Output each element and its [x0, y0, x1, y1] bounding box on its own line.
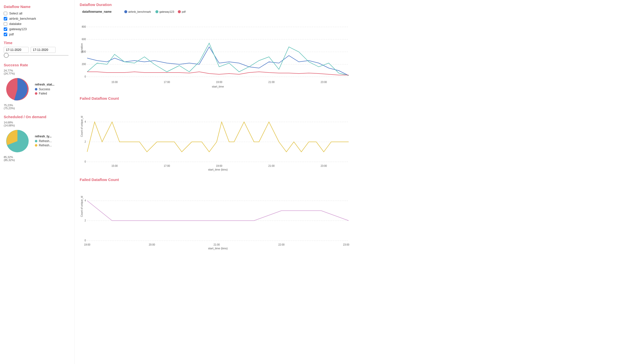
- success-rate-pie-chart: [4, 76, 31, 103]
- legend-failed: Failed: [35, 92, 54, 95]
- failed-label: Failed: [39, 92, 47, 95]
- svg-text:23:00: 23:00: [320, 81, 327, 84]
- legend-refresh-yellow: Refresh...: [35, 144, 52, 147]
- failed-count-2-block: Failed Dataflow Count Count of unique_id…: [80, 177, 639, 251]
- svg-text:21:00: 21:00: [214, 243, 220, 246]
- svg-text:19:00: 19:00: [84, 243, 90, 246]
- svg-point-5: [156, 10, 158, 13]
- failed-count-1-svg: Count of unique_id 0 2 4 15:00 17:00 19:…: [80, 102, 354, 172]
- scheduled-title: Scheduled / On demand: [4, 115, 71, 119]
- filter-airbnb-label: airbnb_benchmark: [9, 17, 36, 21]
- svg-text:19:00: 19:00: [216, 164, 222, 167]
- failed-count-1-title: Failed Dataflow Count: [80, 96, 639, 100]
- slider-thumb[interactable]: [4, 53, 9, 58]
- filter-gateway[interactable]: gateway123: [4, 27, 71, 32]
- svg-text:23:00: 23:00: [343, 243, 349, 246]
- scheduled-percent-bottom: 85,32%(85,32%): [4, 155, 31, 161]
- svg-text:0: 0: [84, 160, 86, 163]
- failed-count-1-block: Failed Dataflow Count Count of unique_id…: [80, 96, 639, 172]
- scheduled-pie-container: 14,68%(14,68%) 85,32%(85,32%) refresh_ty…: [4, 121, 71, 161]
- refresh-yellow-dot: [35, 144, 37, 147]
- svg-text:Count of unique_id: Count of unique_id: [80, 196, 83, 217]
- sidebar: Dataflow Name Select all airbnb_benchmar…: [0, 0, 75, 364]
- success-rate-pie-container: 24,77%(24,77%) 75,23%(75,23%) refresh_st…: [4, 69, 71, 110]
- scheduled-legend: refresh_ty... Refresh... Refresh...: [35, 135, 52, 148]
- svg-text:20:00: 20:00: [149, 243, 155, 246]
- svg-text:4: 4: [84, 120, 86, 123]
- refresh-yellow-label: Refresh...: [39, 144, 52, 147]
- svg-text:airbnb_benchmark: airbnb_benchmark: [128, 10, 151, 13]
- success-rate-legend: refresh_stat... Success Failed: [35, 83, 54, 96]
- main-content: Dataflow Duration dataflowname_name airb…: [75, 0, 644, 364]
- svg-text:start_time (bins): start_time (bins): [208, 247, 228, 250]
- duration-chart-svg: dataflowname_name airbnb_benchmark gatew…: [80, 8, 354, 91]
- charts-grid: Dataflow Duration dataflowname_name airb…: [80, 3, 639, 251]
- legend-refresh-teal: Refresh...: [35, 139, 52, 143]
- scheduled-pie-wrapper: 14,68%(14,68%) 85,32%(85,32%): [4, 121, 31, 161]
- svg-text:21:00: 21:00: [268, 81, 274, 84]
- filter-airbnb-checkbox[interactable]: [4, 17, 7, 21]
- dataflow-filter-title: Dataflow Name: [4, 5, 71, 9]
- refresh-teal-dot: [35, 140, 37, 142]
- duration-chart-block: Dataflow Duration dataflowname_name airb…: [80, 3, 639, 91]
- scheduled-section: Scheduled / On demand 14,68%(14,68%) 85,…: [4, 115, 71, 161]
- svg-text:4: 4: [84, 199, 86, 202]
- filter-datalake-label: datalake: [9, 22, 22, 26]
- svg-text:600: 600: [82, 38, 86, 41]
- success-label: Success: [39, 88, 50, 91]
- filter-pdf[interactable]: pdf: [4, 32, 71, 37]
- filter-gateway-label: gateway123: [9, 27, 27, 31]
- time-to-input[interactable]: [31, 47, 56, 53]
- time-slider[interactable]: [4, 53, 71, 58]
- svg-text:17:00: 17:00: [164, 81, 170, 84]
- refresh-teal-label: Refresh...: [39, 139, 52, 143]
- duration-chart-title: Dataflow Duration: [80, 3, 639, 7]
- select-all-item[interactable]: Select all: [4, 11, 71, 16]
- svg-text:21:00: 21:00: [268, 164, 274, 167]
- time-from-input[interactable]: [4, 47, 29, 53]
- success-dot: [35, 88, 37, 91]
- filter-pdf-checkbox[interactable]: [4, 33, 7, 36]
- svg-text:start_time (bins): start_time (bins): [208, 168, 228, 171]
- svg-text:pdf: pdf: [182, 10, 186, 13]
- filter-datalake-checkbox[interactable]: [4, 22, 7, 26]
- success-rate-section: Success Rate 24,77%(24,77%) 75,23%(75,23…: [4, 63, 71, 110]
- svg-text:15:00: 15:00: [111, 81, 118, 84]
- svg-text:15:00: 15:00: [111, 164, 118, 167]
- svg-text:start_time: start_time: [212, 85, 224, 88]
- svg-text:0: 0: [84, 239, 86, 242]
- success-percent-bottom: 75,23%(75,23%): [4, 104, 31, 110]
- success-legend-title: refresh_stat...: [35, 83, 54, 86]
- filter-datalake[interactable]: datalake: [4, 21, 71, 27]
- svg-text:200: 200: [82, 63, 86, 66]
- time-title: Time: [4, 41, 71, 45]
- svg-text:800: 800: [82, 26, 86, 28]
- time-section: Time: [4, 41, 71, 58]
- svg-point-7: [178, 10, 181, 13]
- svg-text:2: 2: [84, 140, 86, 143]
- svg-text:gateway123: gateway123: [160, 10, 174, 13]
- scheduled-pie-chart: [4, 127, 31, 155]
- svg-text:dataflowname_name: dataflowname_name: [82, 10, 112, 14]
- svg-text:17:00: 17:00: [164, 164, 170, 167]
- failed-count-2-svg: Count of unique_id 0 2 4 19:00 20:00 21:…: [80, 183, 354, 251]
- svg-text:2: 2: [84, 219, 86, 222]
- svg-text:400: 400: [82, 50, 86, 53]
- svg-text:0: 0: [84, 75, 86, 78]
- filter-gateway-checkbox[interactable]: [4, 28, 7, 31]
- legend-success: Success: [35, 88, 54, 91]
- filter-airbnb[interactable]: airbnb_benchmark: [4, 16, 71, 21]
- filter-pdf-label: pdf: [9, 32, 14, 36]
- svg-text:22:00: 22:00: [278, 243, 284, 246]
- success-rate-title: Success Rate: [4, 63, 71, 67]
- success-rate-pie-wrapper: 24,77%(24,77%) 75,23%(75,23%): [4, 69, 31, 110]
- scheduled-legend-title: refresh_ty...: [35, 135, 52, 138]
- select-all-checkbox[interactable]: [4, 12, 7, 15]
- slider-line: [4, 55, 68, 56]
- svg-text:Count of unique_id: Count of unique_id: [80, 116, 83, 137]
- select-all-label: Select all: [9, 12, 22, 15]
- failed-count-2-title: Failed Dataflow Count: [80, 177, 639, 182]
- svg-text:23:00: 23:00: [320, 164, 327, 167]
- svg-point-3: [124, 10, 127, 13]
- time-inputs: [4, 47, 71, 53]
